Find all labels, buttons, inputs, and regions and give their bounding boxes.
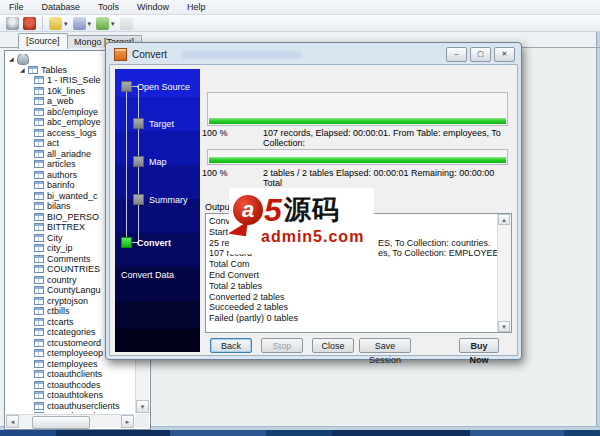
progress-fill	[209, 157, 506, 163]
menu-bar: FileDatabaseToolsWindowHelp	[0, 0, 600, 15]
dialog-title: Convert	[132, 49, 167, 60]
output-line: Total Com	[206, 259, 497, 270]
table-icon	[34, 171, 44, 179]
close-dialog-button[interactable]: Close	[312, 338, 354, 353]
table-icon	[34, 402, 44, 410]
convert-dialog: Convert – ▢ ✕ Open Source	[105, 42, 522, 360]
table-icon	[34, 370, 44, 378]
output-line: Converted 2 tables	[206, 292, 497, 303]
table-icon	[34, 129, 44, 137]
toolbar-separator	[42, 17, 43, 30]
convert-export-icon[interactable]	[96, 17, 109, 30]
save-session-button[interactable]: Save Session	[359, 338, 411, 353]
watermark-site-text: admin5.com	[261, 228, 364, 246]
table-icon	[34, 202, 44, 210]
stop-button: Stop	[261, 338, 303, 353]
new-database-icon[interactable]	[49, 17, 62, 30]
table-progress-bar	[207, 92, 508, 126]
table-icon	[34, 223, 44, 231]
dropdown-arrow-icon[interactable]: ▾	[64, 17, 68, 30]
table-icon	[34, 286, 44, 294]
output-line: Failed (partly) 0 tables	[206, 313, 497, 324]
watermark-a-logo: a	[233, 195, 263, 225]
convert-dialog-icon	[114, 48, 127, 61]
table-icon	[34, 412, 44, 413]
scroll-down-icon[interactable]: ▼	[136, 400, 149, 413]
table-icon	[34, 265, 44, 273]
table-icon	[34, 87, 44, 95]
table-icon	[34, 297, 44, 305]
watermark-chinese-text: 源码	[284, 194, 340, 226]
total-progress-bar	[207, 149, 508, 165]
scroll-down-icon[interactable]: ▼	[498, 321, 510, 332]
output-label: Output	[205, 202, 232, 212]
scrollbar-corner	[135, 414, 149, 428]
table-icon	[34, 360, 44, 368]
expander-icon[interactable]: ◢	[9, 54, 17, 65]
disconnect-icon[interactable]	[23, 17, 36, 30]
tree-item[interactable]: ctoauthtokens	[7, 390, 134, 401]
table-icon	[34, 160, 44, 168]
progress-fill	[209, 118, 506, 124]
titlebar-smudge	[181, 51, 301, 59]
table-icon	[34, 391, 44, 399]
dropdown-arrow-icon[interactable]: ▾	[88, 17, 92, 30]
query-window-icon[interactable]	[73, 17, 86, 30]
dropdown-arrow-icon[interactable]: ▾	[111, 17, 115, 30]
table-icon	[34, 318, 44, 326]
scroll-up-icon[interactable]: ▲	[498, 214, 510, 225]
tree-item[interactable]: ctoauthcodes	[7, 380, 134, 391]
taskbar[interactable]	[0, 430, 600, 436]
output-line: Succeeded 2 tables	[206, 302, 497, 313]
scrollbar-thumb[interactable]	[32, 416, 90, 429]
menu-item[interactable]: Window	[128, 2, 178, 12]
table-icon	[34, 192, 44, 200]
table-icon	[34, 328, 44, 336]
expander-icon[interactable]: ◢	[20, 65, 28, 76]
back-button[interactable]: Back	[210, 338, 252, 353]
menu-item[interactable]: File	[0, 2, 33, 12]
menu-item[interactable]: Tools	[89, 2, 128, 12]
scroll-right-icon[interactable]: ►	[121, 415, 134, 428]
table-icon	[34, 118, 44, 126]
grid-icon	[120, 17, 133, 30]
table-icon	[34, 108, 44, 116]
output-scrollbar[interactable]: ▲ ▼	[497, 214, 511, 332]
tree-item[interactable]: ctoauthzcodes	[7, 411, 134, 413]
minimize-button[interactable]: –	[446, 47, 467, 62]
table-icon	[34, 97, 44, 105]
tree-item[interactable]: ctoauthuserclients	[7, 401, 134, 412]
a5-watermark: a5源码 admin5.com	[229, 188, 374, 254]
window-right-border	[596, 0, 600, 436]
table-icon	[34, 181, 44, 189]
table-icon	[34, 349, 44, 357]
close-button[interactable]: ✕	[494, 47, 515, 62]
table-icon	[34, 244, 44, 252]
tables-icon	[28, 66, 38, 74]
maximize-button[interactable]: ▢	[470, 47, 491, 62]
table-icon	[34, 150, 44, 158]
table-icon	[34, 234, 44, 242]
menu-item[interactable]: Database	[33, 2, 90, 12]
connect-icon[interactable]	[6, 17, 19, 30]
table-icon	[34, 276, 44, 284]
scroll-left-icon[interactable]: ◄	[6, 415, 19, 428]
tree-horizontal-scrollbar[interactable]: ◄ ►	[6, 414, 134, 428]
table-icon	[34, 139, 44, 147]
table-icon	[34, 255, 44, 263]
table-icon	[34, 381, 44, 389]
output-line: Total 2 tables	[206, 281, 497, 292]
output-line: End Convert	[206, 270, 497, 281]
tab-source[interactable]: [Source]	[18, 33, 68, 49]
table-icon	[34, 307, 44, 315]
buy-now-button[interactable]: Buy Now	[459, 338, 499, 353]
table-icon	[34, 339, 44, 347]
tables-label: Tables	[41, 65, 67, 76]
tree-item[interactable]: ctoauthclients	[7, 369, 134, 380]
table-icon	[34, 76, 44, 84]
toolbar: ▾▾▾	[0, 15, 600, 32]
table-icon	[34, 213, 44, 221]
menu-item[interactable]: Help	[178, 2, 215, 12]
tree-item[interactable]: ctemployees	[7, 359, 134, 370]
